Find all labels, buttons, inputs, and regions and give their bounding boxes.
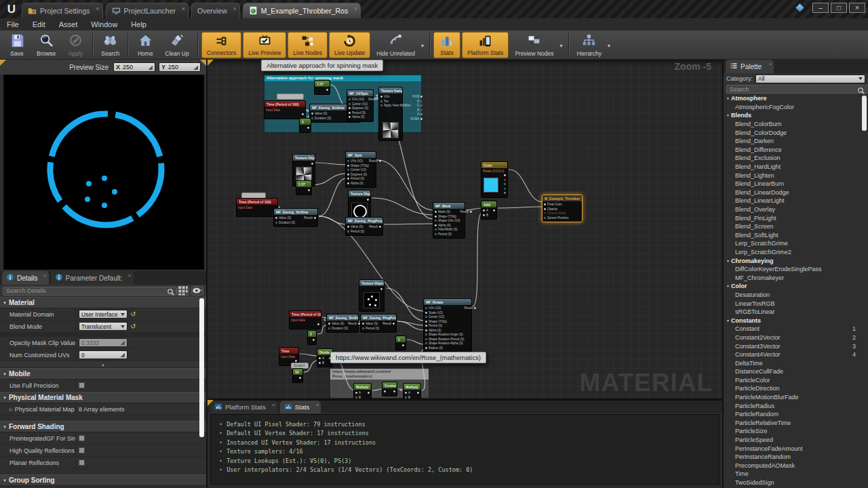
section-header-physical-material-mask[interactable]: ▼Physical Material Mask — [0, 392, 206, 403]
palette-item-blend-overlay[interactable]: Blend_Overlay — [724, 205, 868, 214]
palette-group-constants[interactable]: ▼Constants — [724, 316, 868, 325]
palette-item-particlerelativetime[interactable]: ParticleRelativeTime — [724, 419, 868, 428]
input-pin[interactable] — [347, 226, 349, 228]
output-pin[interactable] — [504, 192, 506, 194]
graph-node-time-period-of-100[interactable]: Time (Period of 100)Input Data — [264, 100, 306, 119]
input-pin[interactable] — [347, 178, 349, 180]
view-options-eye-icon[interactable] — [191, 286, 203, 296]
drag-handle-icon[interactable] — [193, 65, 198, 70]
palette-item-particleradius[interactable]: ParticleRadius — [724, 401, 868, 410]
input-pin[interactable] — [347, 169, 349, 171]
high-quality-reflections-checkbox[interactable] — [79, 447, 85, 453]
tab-close-icon[interactable]: × — [768, 62, 772, 67]
input-pin[interactable] — [483, 209, 485, 211]
tab-close-icon[interactable]: × — [128, 273, 132, 279]
menu-help[interactable]: Help — [124, 18, 153, 30]
toolbar-button-hide-unrelated[interactable]: Hide Unrelated▾ — [372, 32, 426, 58]
output-pin[interactable] — [307, 127, 309, 129]
output-pin[interactable] — [393, 390, 395, 392]
graph-node-10[interactable]: 10 — [292, 368, 303, 383]
graph-node-mf-uvspin[interactable]: MF_UVSpinUVs (V2)Center (V2)Degrees (S)P… — [347, 89, 374, 122]
palette-item-particlecolor[interactable]: ParticleColor — [724, 376, 868, 385]
input-pin[interactable] — [275, 217, 277, 219]
input-pin[interactable] — [355, 392, 357, 394]
graph-node-2[interactable]: 2 — [299, 118, 311, 133]
output-pin[interactable] — [420, 118, 422, 120]
input-pin[interactable] — [435, 224, 437, 226]
palette-item-blend-lighten[interactable]: Blend_Lighten — [724, 171, 868, 180]
tab-close-icon[interactable]: × — [182, 6, 185, 12]
doc-tab-overview[interactable]: Overview× — [191, 3, 240, 18]
section-header-mobile[interactable]: ▼Mobile — [0, 368, 206, 380]
input-pin[interactable] — [425, 347, 427, 349]
palette-item-twosidedsign[interactable]: TwoSidedSign — [724, 479, 868, 487]
input-pin[interactable] — [544, 212, 546, 214]
output-pin[interactable] — [299, 377, 301, 379]
input-pin[interactable] — [349, 116, 351, 118]
toolbar-button-live-update[interactable]: Live Update — [329, 32, 370, 58]
graph-node-mf-easing-sinsine[interactable]: MF_Easing_SinSineValue (S)Duration (S)Re… — [273, 208, 318, 227]
input-pin[interactable] — [380, 96, 382, 98]
toolbar-button-clean-up[interactable]: Clean Up — [160, 32, 193, 58]
output-pin[interactable] — [493, 209, 495, 211]
palette-item-constant3vector[interactable]: Constant3Vector3 — [724, 342, 868, 350]
output-pin[interactable] — [420, 100, 422, 102]
minimize-button[interactable]: – — [812, 3, 829, 13]
input-pin[interactable] — [347, 165, 349, 167]
category-dropdown[interactable]: All — [755, 75, 865, 83]
input-pin[interactable] — [319, 362, 321, 364]
palette-item-lineartosrgb[interactable]: LinearTosRGB — [724, 299, 868, 308]
preview-size-x-input[interactable]: X 250 — [113, 62, 155, 72]
palette-item-blend-screen[interactable]: Blend_Screen — [724, 222, 868, 231]
output-pin[interactable] — [368, 392, 370, 394]
menu-edit[interactable]: Edit — [26, 18, 52, 30]
palette-item-blend-lineardodge[interactable]: Blend_LinearDodge — [724, 188, 868, 197]
section-header-group-sorting[interactable]: ▼Group Sorting — [0, 474, 206, 486]
input-pin[interactable] — [435, 211, 437, 213]
output-pin[interactable] — [380, 288, 382, 290]
toolbar-button-browse[interactable]: Browse — [32, 32, 60, 58]
toolbar-button-hierarchy[interactable]: Hierarchy▾ — [572, 32, 612, 58]
input-pin[interactable] — [362, 323, 364, 325]
graph-node-2[interactable]: 2 — [307, 330, 317, 345]
graph-node-color[interactable]: ColorParam (0,0,0,1) — [481, 161, 508, 198]
graph-node-time-period-of-100[interactable]: Time (Period of 100)Input Data — [236, 198, 278, 217]
palette-item-srgbtolinear[interactable]: sRGBToLinear — [724, 308, 868, 317]
input-pin[interactable] — [425, 333, 427, 336]
output-pin[interactable] — [420, 96, 422, 98]
graph-node-texture-object[interactable]: Texture Object — [359, 279, 384, 312]
output-pin[interactable] — [402, 344, 404, 346]
graph-node-multiply[interactable]: MultiplyAB — [403, 383, 421, 399]
input-pin[interactable] — [380, 104, 382, 106]
input-pin[interactable] — [435, 216, 437, 218]
dropdown-caret-icon[interactable]: ▾ — [560, 43, 563, 49]
input-pin[interactable] — [425, 316, 427, 318]
graph-node-cosine[interactable]: Cosine — [382, 382, 397, 396]
toolbar-button-live-nodes[interactable]: Live Nodes — [288, 32, 328, 58]
palette-group-color[interactable]: ▼Color — [724, 282, 868, 291]
input-pin[interactable] — [544, 203, 546, 205]
input-pin[interactable] — [435, 233, 437, 235]
palette-item-particlerandom[interactable]: ParticleRandom — [724, 410, 868, 419]
palette-item-particledirection[interactable]: ParticleDirection — [724, 384, 868, 393]
input-pin[interactable] — [483, 214, 485, 216]
num-customized-uvs-input[interactable]: 0 — [79, 350, 127, 359]
palette-item-blend-colorburn[interactable]: Blend_ColorBurn — [724, 120, 868, 129]
tab-close-icon[interactable]: × — [233, 6, 237, 12]
palette-group-blends[interactable]: ▼Blends — [724, 111, 868, 120]
graph-node-mf-easing-pingpong[interactable]: MF_Easing_PingPongValue (S)Period (S)Res… — [345, 217, 383, 236]
palette-group-chromakeying[interactable]: ▼Chromakeying — [724, 256, 868, 265]
expand-arrow-icon[interactable]: ▷ — [9, 407, 13, 411]
input-pin[interactable] — [384, 390, 386, 392]
output-pin[interactable] — [420, 109, 422, 111]
palette-item-blend-difference[interactable]: Blend_Difference — [724, 146, 868, 155]
toolbar-button-platform-stats[interactable]: Platform Stats — [462, 32, 509, 58]
toolbar-button-search[interactable]: Search — [96, 32, 124, 58]
input-pin[interactable] — [544, 217, 546, 219]
toolbar-button-preview-nodes[interactable]: Preview Nodes▾ — [510, 32, 564, 58]
doc-tab-projectlauncher[interactable]: ProjectLauncher× — [106, 3, 189, 18]
dropdown-caret-icon[interactable]: ▾ — [608, 43, 610, 49]
output-pin[interactable] — [308, 189, 310, 191]
graph-node-reroute[interactable] — [277, 94, 304, 100]
details-expander[interactable]: ▲ — [0, 361, 206, 368]
